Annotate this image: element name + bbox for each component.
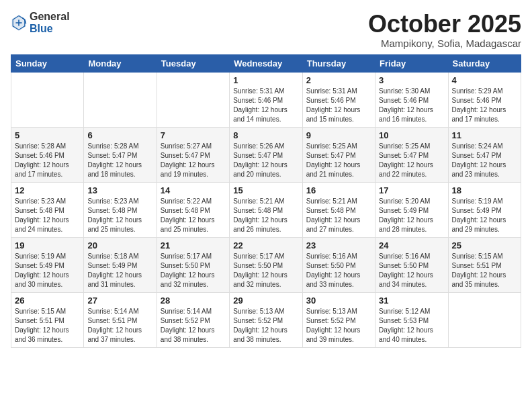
day-info: Sunrise: 5:14 AMSunset: 5:51 PMDaylight:… [87,307,152,345]
calendar-cell: 7Sunrise: 5:27 AMSunset: 5:47 PMDaylight… [157,127,229,182]
calendar-cell: 11Sunrise: 5:24 AMSunset: 5:47 PMDayligh… [448,127,521,182]
day-info: Sunrise: 5:19 AMSunset: 5:49 PMDaylight:… [15,252,80,289]
day-info: Sunrise: 5:23 AMSunset: 5:48 PMDaylight:… [15,197,80,234]
day-info: Sunrise: 5:23 AMSunset: 5:48 PMDaylight:… [87,197,152,234]
day-number: 24 [379,240,444,250]
calendar-cell: 27Sunrise: 5:14 AMSunset: 5:51 PMDayligh… [84,292,157,347]
day-number: 3 [379,75,444,85]
calendar-cell: 22Sunrise: 5:17 AMSunset: 5:50 PMDayligh… [230,237,302,292]
logo-icon [11,13,27,32]
day-info: Sunrise: 5:16 AMSunset: 5:50 PMDaylight:… [379,252,444,289]
day-info: Sunrise: 5:13 AMSunset: 5:52 PMDaylight:… [306,307,371,345]
calendar-cell [84,72,157,127]
day-info: Sunrise: 5:31 AMSunset: 5:46 PMDaylight:… [306,87,371,124]
calendar-cell: 30Sunrise: 5:13 AMSunset: 5:52 PMDayligh… [302,292,375,347]
calendar-cell: 24Sunrise: 5:16 AMSunset: 5:50 PMDayligh… [375,237,448,292]
calendar-cell: 14Sunrise: 5:22 AMSunset: 5:48 PMDayligh… [157,182,229,237]
weekday-header-friday: Friday [375,54,448,72]
day-number: 7 [161,130,226,140]
day-info: Sunrise: 5:28 AMSunset: 5:47 PMDaylight:… [87,142,152,179]
day-number: 31 [379,295,444,306]
day-number: 6 [87,130,152,140]
day-number: 26 [15,295,80,306]
calendar-cell: 6Sunrise: 5:28 AMSunset: 5:47 PMDaylight… [84,127,157,182]
day-number: 8 [233,130,298,140]
day-number: 21 [161,240,226,250]
day-info: Sunrise: 5:25 AMSunset: 5:47 PMDaylight:… [379,142,444,179]
calendar-cell: 3Sunrise: 5:30 AMSunset: 5:46 PMDaylight… [375,72,448,127]
calendar-cell: 20Sunrise: 5:18 AMSunset: 5:49 PMDayligh… [84,237,157,292]
calendar-week-1: 1Sunrise: 5:31 AMSunset: 5:46 PMDaylight… [11,72,521,127]
day-number: 14 [161,185,226,195]
calendar-table: SundayMondayTuesdayWednesdayThursdayFrid… [11,54,521,348]
weekday-header-wednesday: Wednesday [230,54,302,72]
calendar-cell: 18Sunrise: 5:19 AMSunset: 5:49 PMDayligh… [448,182,521,237]
day-info: Sunrise: 5:17 AMSunset: 5:50 PMDaylight:… [161,252,226,289]
calendar-week-3: 12Sunrise: 5:23 AMSunset: 5:48 PMDayligh… [11,182,521,237]
day-number: 12 [15,185,80,195]
day-number: 23 [306,240,371,250]
day-number: 27 [87,295,152,306]
day-info: Sunrise: 5:13 AMSunset: 5:52 PMDaylight:… [233,307,298,345]
calendar-cell: 31Sunrise: 5:12 AMSunset: 5:53 PMDayligh… [375,292,448,347]
calendar-week-5: 26Sunrise: 5:15 AMSunset: 5:51 PMDayligh… [11,292,521,347]
day-number: 5 [15,130,80,140]
day-info: Sunrise: 5:19 AMSunset: 5:49 PMDaylight:… [452,197,517,234]
logo: General Blue [11,11,70,34]
logo-general: General [30,11,70,23]
calendar-cell: 5Sunrise: 5:28 AMSunset: 5:46 PMDaylight… [11,127,84,182]
day-info: Sunrise: 5:26 AMSunset: 5:47 PMDaylight:… [233,142,298,179]
calendar-cell: 4Sunrise: 5:29 AMSunset: 5:46 PMDaylight… [448,72,521,127]
calendar-cell: 15Sunrise: 5:21 AMSunset: 5:48 PMDayligh… [230,182,302,237]
calendar-cell: 17Sunrise: 5:20 AMSunset: 5:49 PMDayligh… [375,182,448,237]
title-block: October 2025 Mampikony, Sofia, Madagasca… [368,11,521,49]
day-number: 25 [452,240,517,250]
day-info: Sunrise: 5:17 AMSunset: 5:50 PMDaylight:… [233,252,298,289]
day-info: Sunrise: 5:14 AMSunset: 5:52 PMDaylight:… [161,307,226,345]
month-title: October 2025 [368,11,521,38]
weekday-header-tuesday: Tuesday [157,54,229,72]
day-number: 15 [233,185,298,195]
day-number: 16 [306,185,371,195]
day-info: Sunrise: 5:31 AMSunset: 5:46 PMDaylight:… [233,87,298,124]
calendar-week-2: 5Sunrise: 5:28 AMSunset: 5:46 PMDaylight… [11,127,521,182]
day-number: 20 [87,240,152,250]
calendar-cell: 19Sunrise: 5:19 AMSunset: 5:49 PMDayligh… [11,237,84,292]
calendar-cell [448,292,521,347]
calendar-cell [11,72,84,127]
calendar-week-4: 19Sunrise: 5:19 AMSunset: 5:49 PMDayligh… [11,237,521,292]
day-number: 10 [379,130,444,140]
weekday-header-sunday: Sunday [11,54,84,72]
day-info: Sunrise: 5:30 AMSunset: 5:46 PMDaylight:… [379,87,444,124]
day-info: Sunrise: 5:16 AMSunset: 5:50 PMDaylight:… [306,252,371,289]
day-number: 11 [452,130,517,140]
day-info: Sunrise: 5:15 AMSunset: 5:51 PMDaylight:… [15,307,80,345]
calendar-cell: 10Sunrise: 5:25 AMSunset: 5:47 PMDayligh… [375,127,448,182]
weekday-header-saturday: Saturday [448,54,521,72]
day-info: Sunrise: 5:15 AMSunset: 5:51 PMDaylight:… [452,252,517,289]
day-number: 18 [452,185,517,195]
weekday-header-row: SundayMondayTuesdayWednesdayThursdayFrid… [11,54,521,72]
calendar-cell: 23Sunrise: 5:16 AMSunset: 5:50 PMDayligh… [302,237,375,292]
calendar-cell: 21Sunrise: 5:17 AMSunset: 5:50 PMDayligh… [157,237,229,292]
calendar-cell: 26Sunrise: 5:15 AMSunset: 5:51 PMDayligh… [11,292,84,347]
day-info: Sunrise: 5:28 AMSunset: 5:46 PMDaylight:… [15,142,80,179]
calendar-cell [157,72,229,127]
calendar-cell: 8Sunrise: 5:26 AMSunset: 5:47 PMDaylight… [230,127,302,182]
day-info: Sunrise: 5:22 AMSunset: 5:48 PMDaylight:… [161,197,226,234]
calendar-cell: 12Sunrise: 5:23 AMSunset: 5:48 PMDayligh… [11,182,84,237]
day-info: Sunrise: 5:21 AMSunset: 5:48 PMDaylight:… [233,197,298,234]
day-number: 28 [161,295,226,306]
logo-text: General Blue [30,11,70,34]
day-number: 1 [233,75,298,85]
day-info: Sunrise: 5:27 AMSunset: 5:47 PMDaylight:… [161,142,226,179]
calendar-cell: 28Sunrise: 5:14 AMSunset: 5:52 PMDayligh… [157,292,229,347]
day-number: 17 [379,185,444,195]
logo-blue: Blue [30,23,70,35]
day-number: 2 [306,75,371,85]
calendar-cell: 13Sunrise: 5:23 AMSunset: 5:48 PMDayligh… [84,182,157,237]
day-info: Sunrise: 5:24 AMSunset: 5:47 PMDaylight:… [452,142,517,179]
day-info: Sunrise: 5:21 AMSunset: 5:48 PMDaylight:… [306,197,371,234]
calendar-cell: 1Sunrise: 5:31 AMSunset: 5:46 PMDaylight… [230,72,302,127]
day-info: Sunrise: 5:20 AMSunset: 5:49 PMDaylight:… [379,197,444,234]
